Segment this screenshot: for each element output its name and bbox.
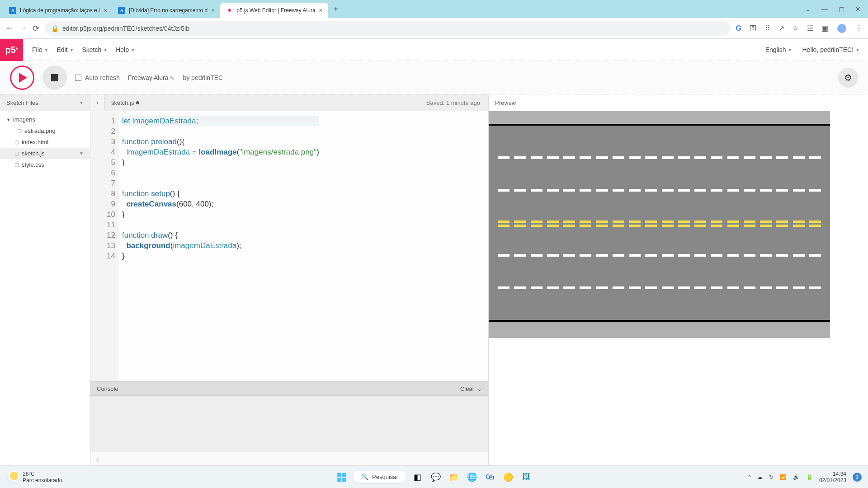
- browser-tab[interactable]: a Lógica de programação: laços e l ×: [4, 3, 113, 18]
- browser-tab[interactable]: a [Dúvida] Erro no carregamento d ×: [113, 3, 220, 18]
- menu-sketch[interactable]: Sketch▼: [82, 46, 108, 53]
- settings-button[interactable]: ⚙: [838, 68, 858, 88]
- chevron-down-icon[interactable]: ▼: [79, 151, 84, 156]
- menu-file[interactable]: File▼: [32, 46, 48, 53]
- side-panel-icon[interactable]: ▣: [821, 24, 828, 33]
- weather-temp: 28°C: [23, 471, 62, 477]
- lock-icon: 🔒: [51, 25, 59, 32]
- reading-list-icon[interactable]: ☰: [807, 24, 813, 33]
- favicon-icon: a: [9, 7, 16, 14]
- console-body[interactable]: [90, 396, 488, 452]
- file-icon: ▢: [14, 150, 19, 156]
- forward-icon[interactable]: →: [19, 23, 27, 33]
- file-item[interactable]: ▢ index.html: [0, 136, 90, 148]
- explorer-icon[interactable]: 📁: [447, 470, 461, 484]
- onedrive-icon[interactable]: ☁: [757, 474, 763, 480]
- preview-canvas: [489, 111, 868, 465]
- url-input[interactable]: 🔒 editor.p5js.org/pedriinTEC/sketches/04…: [45, 21, 731, 36]
- console-input[interactable]: ›: [90, 452, 488, 465]
- sidebar-header[interactable]: Sketch Files ▼: [0, 94, 90, 111]
- chevron-down-icon[interactable]: ▼: [79, 100, 84, 105]
- menu-language[interactable]: English▼: [765, 46, 793, 53]
- taskbar-weather[interactable]: 28°C Parc ensolarado: [6, 471, 62, 483]
- wifi-icon[interactable]: 📶: [780, 474, 787, 480]
- new-tab-button[interactable]: +: [328, 5, 344, 14]
- edge-icon[interactable]: 🌐: [465, 470, 479, 484]
- menu-help[interactable]: Help▼: [116, 46, 135, 53]
- file-icon: ▢: [14, 139, 19, 145]
- url-text: editor.p5js.org/pedriinTEC/sketches/04tJ…: [62, 25, 189, 32]
- chrome-menu-icon[interactable]: ⋮: [855, 24, 863, 33]
- close-icon[interactable]: ×: [104, 7, 107, 14]
- chevron-down-icon[interactable]: ⌄: [805, 5, 811, 13]
- menu-user[interactable]: Hello, pedriinTEC!▼: [802, 46, 860, 53]
- auto-refresh-toggle[interactable]: Auto-refresh: [75, 74, 120, 81]
- taskbar-clock[interactable]: 14:34 02/01/2023: [819, 471, 846, 483]
- translate-icon[interactable]: ⠿: [765, 24, 770, 33]
- chevron-down-icon: ⌄: [477, 385, 482, 392]
- volume-icon[interactable]: 🔊: [793, 474, 800, 480]
- back-icon[interactable]: ←: [5, 23, 14, 33]
- taskbar-search[interactable]: 🔍 Pesquisar: [353, 471, 406, 483]
- file-item-selected[interactable]: ▢ sketch.js ▼: [0, 148, 90, 159]
- gear-icon: ⚙: [844, 72, 852, 83]
- menu-edit[interactable]: Edit▼: [57, 46, 74, 53]
- start-button[interactable]: [335, 470, 349, 484]
- code-content[interactable]: let imagemDaEstrada; function preload(){…: [118, 111, 319, 381]
- photos-icon[interactable]: 🖼: [519, 470, 533, 484]
- maximize-icon[interactable]: ▢: [839, 5, 844, 13]
- bookmark-icon[interactable]: ☆: [793, 24, 799, 33]
- notification-badge[interactable]: 2: [853, 473, 862, 482]
- reload-icon[interactable]: ⟳: [33, 23, 39, 33]
- console-clear-button[interactable]: Clear ⌄: [460, 385, 482, 392]
- play-button[interactable]: [10, 66, 34, 90]
- taskbar-center: 🔍 Pesquisar ◧ 💬 📁 🌐 🛍 🟡 🖼: [335, 470, 533, 484]
- editor-column: ‹ sketch.js Saved: 1 minute ago 1 2 3▼ 4…: [90, 94, 488, 465]
- svg-rect-0: [337, 473, 341, 477]
- checkbox-icon[interactable]: [75, 75, 81, 81]
- sketch-name[interactable]: Freeway Alura ✎: [128, 74, 175, 81]
- auto-refresh-label: Auto-refresh: [85, 74, 120, 81]
- tab-title: Lógica de programação: laços e l: [20, 7, 100, 14]
- close-icon[interactable]: ×: [319, 7, 323, 14]
- tray-chevron-icon[interactable]: ^: [748, 474, 751, 480]
- pencil-icon[interactable]: ✎: [170, 75, 175, 81]
- file-icon: ▢: [17, 128, 22, 134]
- windows-taskbar: 28°C Parc ensolarado 🔍 Pesquisar ◧ 💬 📁 🌐…: [0, 465, 868, 488]
- minimize-icon[interactable]: —: [821, 5, 828, 13]
- battery-icon[interactable]: 🔋: [806, 474, 813, 480]
- collapse-sidebar-button[interactable]: ‹: [90, 94, 105, 111]
- teams-icon[interactable]: 💬: [429, 470, 443, 484]
- file-item[interactable]: ▢ style.css: [0, 159, 90, 170]
- close-icon[interactable]: ×: [211, 7, 215, 14]
- p5-logo[interactable]: p5*: [0, 39, 23, 61]
- folder-item[interactable]: ▼ imagens: [0, 114, 90, 125]
- chrome-icon[interactable]: 🟡: [501, 470, 515, 484]
- file-icon: ▢: [14, 162, 19, 168]
- favicon-icon: ✱: [226, 7, 233, 14]
- share-icon[interactable]: ↗: [778, 24, 784, 33]
- task-view-icon[interactable]: ◧: [411, 470, 425, 484]
- stop-button[interactable]: [42, 66, 67, 90]
- lane-line: [498, 254, 821, 257]
- browser-tab-active[interactable]: ✱ p5.js Web Editor | Freeway Alura ×: [220, 3, 328, 18]
- code-editor[interactable]: 1 2 3▼ 4 5 6 7 8▼ 9 10 11 12▼ 13 14 let …: [90, 111, 488, 381]
- google-icon[interactable]: G: [736, 24, 741, 33]
- lane-line: [498, 189, 821, 192]
- main-area: Sketch Files ▼ ▼ imagens ▢ estrada.png ▢…: [0, 94, 868, 465]
- password-icon[interactable]: ⚿: [750, 24, 757, 33]
- sketch-author: by pedriinTEC: [183, 74, 223, 81]
- tab-title: p5.js Web Editor | Freeway Alura: [236, 7, 315, 14]
- close-window-icon[interactable]: ✕: [855, 5, 861, 13]
- editor-file-tab[interactable]: sketch.js: [105, 99, 146, 106]
- profile-avatar[interactable]: [836, 23, 847, 34]
- file-tree: ▼ imagens ▢ estrada.png ▢ index.html ▢ s…: [0, 111, 90, 173]
- controls-bar: Auto-refresh Freeway Alura ✎ by pedriinT…: [0, 61, 868, 94]
- console-header: Console Clear ⌄: [90, 381, 488, 396]
- console-label: Console: [97, 385, 118, 392]
- weather-icon: [6, 471, 19, 483]
- sync-icon[interactable]: ↻: [769, 474, 774, 480]
- file-item[interactable]: ▢ estrada.png: [0, 125, 90, 136]
- road-sketch: [489, 111, 830, 338]
- store-icon[interactable]: 🛍: [483, 470, 497, 484]
